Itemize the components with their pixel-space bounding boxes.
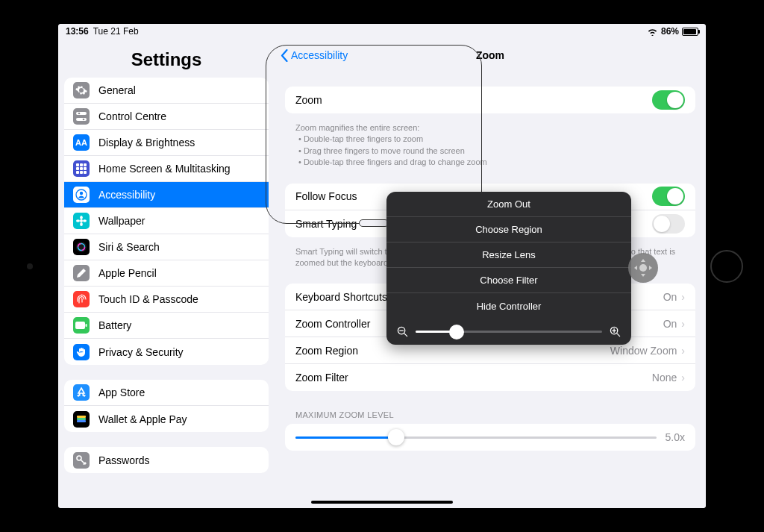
help-bullet: Drag three fingers to move round the scr… — [298, 145, 685, 157]
siri-icon — [73, 239, 90, 255]
svg-point-1 — [78, 113, 81, 115]
settings-sidebar: Settings GeneralControl CentreAADisplay … — [58, 39, 275, 508]
sidebar-item-display-brightness[interactable]: AADisplay & Brightness — [64, 130, 269, 156]
zoom-help-text: Zoom magnifies the entire screen: Double… — [285, 118, 695, 184]
controller-menu-choose-filter[interactable]: Choose Filter — [386, 268, 631, 293]
chevron-right-icon: › — [681, 345, 685, 357]
controller-zoom-slider[interactable] — [416, 331, 602, 333]
back-button[interactable]: Accessibility — [281, 49, 348, 62]
chevron-left-icon — [281, 49, 288, 62]
sidebar-item-privacy-security[interactable]: Privacy & Security — [64, 339, 269, 365]
zoom-toggle-row[interactable]: Zoom — [285, 87, 695, 113]
sidebar-item-label: Privacy & Security — [98, 346, 184, 358]
sidebar-item-label: Display & Brightness — [98, 137, 195, 148]
svg-rect-12 — [84, 171, 87, 174]
sidebar-item-apple-pencil[interactable]: Apple Pencil — [64, 260, 269, 287]
sidebar-item-siri-search[interactable]: Siri & Search — [64, 234, 269, 260]
battery-icon — [73, 317, 90, 334]
sidebar-item-label: General — [98, 84, 136, 96]
zoom-in-icon[interactable] — [610, 326, 621, 337]
grid-icon — [73, 160, 90, 177]
home-button[interactable] — [710, 250, 743, 283]
pencil-icon — [73, 265, 90, 281]
sidebar-item-wallet-apple-pay[interactable]: Wallet & Apple Pay — [64, 406, 269, 432]
status-time: 13:56 — [66, 26, 89, 37]
zoom-filter-row[interactable]: Zoom Filter None› — [285, 364, 695, 391]
svg-rect-7 — [76, 167, 79, 170]
svg-rect-8 — [80, 167, 83, 170]
fingerprint-icon — [73, 291, 90, 307]
row-label: Zoom Controller — [295, 318, 370, 330]
sidebar-item-label: Battery — [98, 319, 131, 331]
svg-point-18 — [76, 219, 80, 222]
zoom-controller-button[interactable] — [628, 253, 658, 283]
svg-line-30 — [404, 334, 407, 337]
row-value: Window Zoom — [610, 345, 677, 357]
svg-line-33 — [617, 334, 620, 337]
svg-rect-24 — [86, 324, 87, 327]
wallet-icon — [73, 411, 90, 428]
row-label: Keyboard Shortcuts — [295, 291, 387, 303]
battery-percent: 86% — [661, 26, 679, 37]
smart-typing-toggle[interactable] — [652, 214, 685, 234]
svg-rect-6 — [84, 163, 87, 166]
zoom-out-icon[interactable] — [397, 326, 408, 337]
page-title: Zoom — [476, 49, 504, 61]
chevron-right-icon: › — [681, 318, 685, 330]
sidebar-item-label: Control Centre — [98, 110, 166, 122]
help-bullet: Double-tap three fingers and drag to cha… — [298, 157, 685, 168]
sidebar-item-label: Wallet & Apple Pay — [98, 413, 187, 425]
wifi-icon — [647, 28, 658, 36]
sidebar-item-accessibility[interactable]: Accessibility — [64, 182, 269, 208]
svg-point-19 — [83, 219, 87, 222]
svg-rect-25 — [77, 416, 86, 418]
follow-focus-toggle[interactable] — [652, 187, 685, 206]
svg-rect-5 — [80, 163, 83, 166]
svg-rect-4 — [76, 163, 79, 166]
sidebar-item-label: Siri & Search — [98, 241, 160, 253]
svg-point-14 — [80, 192, 83, 195]
sidebar-item-touch-id-passcode[interactable]: Touch ID & Passcode — [64, 287, 269, 313]
controller-zoom-slider-row[interactable] — [386, 319, 631, 345]
sidebar-item-label: Touch ID & Passcode — [98, 293, 198, 305]
svg-rect-23 — [75, 322, 85, 329]
controller-menu-hide-controller[interactable]: Hide Controller — [386, 293, 631, 319]
sidebar-item-battery[interactable]: Battery — [64, 313, 269, 339]
controller-menu-resize-lens[interactable]: Resize Lens — [386, 242, 631, 268]
sidebar-item-control-centre[interactable]: Control Centre — [64, 104, 269, 130]
max-zoom-header: MAXIMUM ZOOM LEVEL — [285, 410, 695, 424]
hand-icon — [73, 344, 90, 360]
row-label: Follow Focus — [295, 190, 357, 202]
sidebar-item-label: Passwords — [98, 454, 149, 466]
zoom-toggle[interactable] — [652, 90, 685, 110]
row-label: Zoom — [295, 94, 322, 106]
sidebar-item-label: Wallpaper — [98, 215, 145, 227]
svg-rect-27 — [77, 420, 86, 422]
sidebar-item-home-screen-multitasking[interactable]: Home Screen & Multitasking — [64, 156, 269, 182]
svg-point-3 — [83, 119, 85, 121]
controller-menu-zoom-out[interactable]: Zoom Out — [386, 192, 631, 217]
status-bar: 13:56 Tue 21 Feb 86% — [58, 24, 706, 39]
sidebar-item-wallpaper[interactable]: Wallpaper — [64, 208, 269, 234]
person-icon — [73, 187, 90, 203]
home-indicator[interactable] — [311, 501, 453, 504]
battery-icon — [682, 28, 698, 36]
joystick-icon — [633, 257, 654, 278]
sidebar-item-app-store[interactable]: App Store — [64, 380, 269, 406]
svg-rect-9 — [84, 167, 87, 170]
appstore-icon — [73, 384, 90, 401]
sidebar-item-label: Accessibility — [98, 189, 155, 201]
svg-point-15 — [80, 219, 83, 222]
max-zoom-slider[interactable] — [295, 436, 657, 439]
controller-menu-choose-region[interactable]: Choose Region — [386, 217, 631, 242]
sidebar-item-label: Apple Pencil — [98, 267, 157, 279]
AA-icon: AA — [73, 134, 90, 151]
sidebar-item-general[interactable]: General — [64, 78, 269, 104]
flower-icon — [73, 213, 90, 229]
max-zoom-slider-row[interactable]: 5.0x — [285, 424, 695, 451]
row-value: None — [652, 372, 677, 384]
sidebar-item-passwords[interactable]: Passwords — [64, 447, 269, 473]
max-zoom-value: 5.0x — [666, 431, 685, 443]
row-value: On — [663, 291, 677, 303]
back-label: Accessibility — [291, 49, 348, 61]
